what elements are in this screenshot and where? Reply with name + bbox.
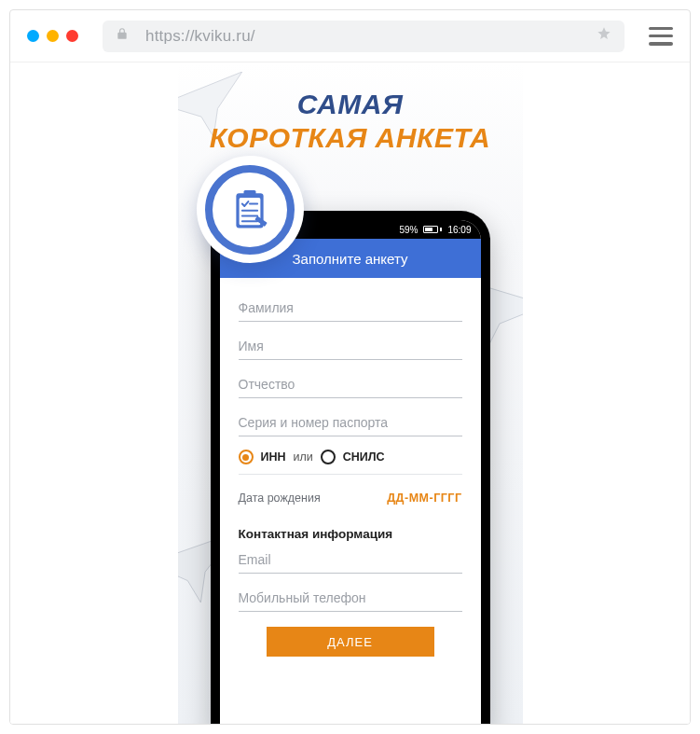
battery-percent: 59% — [399, 225, 418, 235]
window-dot-maximize[interactable] — [47, 30, 59, 42]
radio-separator: или — [294, 450, 313, 464]
divider — [239, 474, 462, 475]
lock-icon — [116, 26, 129, 46]
clock: 16:09 — [447, 225, 471, 235]
browser-window: https://kviku.ru/ — [9, 9, 691, 725]
star-icon[interactable] — [597, 26, 611, 46]
headline-line2: КОРОТКАЯ АНКЕТА — [178, 122, 523, 154]
headline: САМАЯ КОРОТКАЯ АНКЕТА — [178, 62, 523, 154]
svg-rect-5 — [244, 189, 256, 197]
url-text: https://kviku.ru/ — [145, 27, 580, 46]
dob-row[interactable]: Дата рождения ДД-ММ-ГГГГ — [239, 492, 462, 505]
radio-snils[interactable] — [321, 450, 336, 464]
radio-inn-label: ИНН — [261, 450, 286, 464]
next-button[interactable]: ДАЛЕЕ — [267, 627, 434, 657]
browser-toolbar: https://kviku.ru/ — [10, 10, 690, 62]
contact-section-title: Контактная информация — [239, 527, 462, 541]
patronymic-field[interactable] — [239, 369, 462, 398]
form: ИНН или СНИЛС Дата рождения ДД-ММ-ГГГГ — [220, 278, 481, 668]
clipboard-icon — [205, 165, 295, 255]
window-dot-close[interactable] — [66, 30, 78, 42]
radio-snils-label: СНИЛС — [343, 450, 385, 464]
dob-placeholder: ДД-ММ-ГГГГ — [387, 492, 461, 505]
window-controls — [27, 30, 78, 42]
app-header-title: Заполните анкету — [293, 251, 408, 267]
menu-icon[interactable] — [649, 27, 673, 46]
battery-icon — [423, 226, 442, 233]
page-content: САМАЯ КОРОТКАЯ АНКЕТА — [10, 62, 690, 724]
passport-field[interactable] — [239, 408, 462, 436]
surname-field[interactable] — [239, 293, 462, 322]
hero-panel: САМАЯ КОРОТКАЯ АНКЕТА — [178, 62, 523, 724]
url-bar[interactable]: https://kviku.ru/ — [103, 21, 625, 52]
headline-line1: САМАЯ — [178, 89, 523, 120]
radio-inn[interactable] — [239, 450, 254, 464]
window-dot-minimize[interactable] — [27, 30, 39, 42]
phone-field[interactable] — [239, 583, 462, 612]
id-type-radio-group: ИНН или СНИЛС — [239, 450, 462, 464]
dob-label: Дата рождения — [239, 492, 321, 505]
phone-mockup: 59% 16:09 Заполните анкету — [211, 211, 490, 724]
clipboard-badge — [197, 156, 304, 263]
name-field[interactable] — [239, 331, 462, 360]
email-field[interactable] — [239, 545, 462, 574]
